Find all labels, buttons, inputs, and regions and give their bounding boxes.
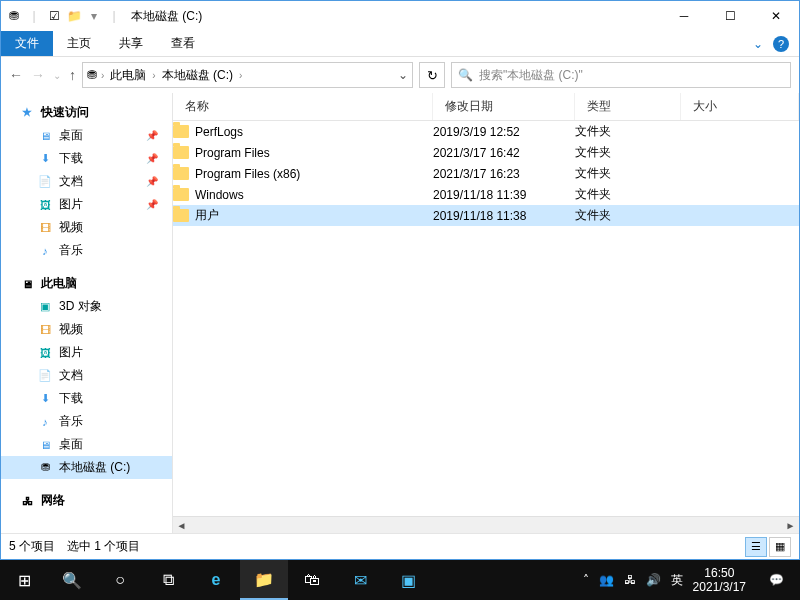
breadcrumb-drive[interactable]: 本地磁盘 (C:) xyxy=(160,67,235,84)
nav-item-label: 下载 xyxy=(59,150,83,167)
nav-item[interactable]: ⬇下载📌 xyxy=(1,147,172,170)
close-button[interactable]: ✕ xyxy=(753,1,799,31)
nav-item[interactable]: 📄文档 xyxy=(1,364,172,387)
address-row: ← → ⌄ ↑ ⛃ › 此电脑 › 本地磁盘 (C:) › ⌄ ↻ 🔍 搜索"本… xyxy=(1,57,799,93)
tab-view[interactable]: 查看 xyxy=(157,31,209,56)
table-row[interactable]: Windows2019/11/18 11:39文件夹 xyxy=(173,184,799,205)
nav-item[interactable]: 📄文档📌 xyxy=(1,170,172,193)
tray-people-icon[interactable]: 👥 xyxy=(599,573,614,587)
back-button[interactable]: ← xyxy=(9,67,23,83)
ribbon-expand-icon[interactable]: ⌄ xyxy=(753,37,763,51)
table-row[interactable]: 用户2019/11/18 11:38文件夹 xyxy=(173,205,799,226)
file-name: Program Files (x86) xyxy=(195,167,300,181)
status-selected: 选中 1 个项目 xyxy=(67,538,140,555)
col-type[interactable]: 类型 xyxy=(575,93,681,120)
nav-item-icon: ♪ xyxy=(37,414,53,430)
file-date: 2021/3/17 16:23 xyxy=(433,167,575,181)
chevron-right-icon[interactable]: › xyxy=(239,70,242,81)
cortana-button[interactable]: ○ xyxy=(96,560,144,600)
qat-dropdown-icon[interactable]: ▾ xyxy=(85,9,103,23)
nav-item-label: 图片 xyxy=(59,196,83,213)
nav-item[interactable]: 🎞视频 xyxy=(1,216,172,239)
file-rows[interactable]: PerfLogs2019/3/19 12:52文件夹Program Files2… xyxy=(173,121,799,516)
tray-volume-icon[interactable]: 🔊 xyxy=(646,573,661,587)
forward-button[interactable]: → xyxy=(31,67,45,83)
tray-network-icon[interactable]: 🖧 xyxy=(624,573,636,587)
status-item-count: 5 个项目 xyxy=(9,538,55,555)
nav-item-icon: 🖥 xyxy=(37,128,53,144)
start-button[interactable]: ⊞ xyxy=(0,560,48,600)
search-input[interactable]: 🔍 搜索"本地磁盘 (C:)" xyxy=(451,62,791,88)
tab-share[interactable]: 共享 xyxy=(105,31,157,56)
store-button[interactable]: 🛍 xyxy=(288,560,336,600)
search-button[interactable]: 🔍 xyxy=(48,560,96,600)
tray-ime[interactable]: 英 xyxy=(671,572,683,589)
chevron-right-icon[interactable]: › xyxy=(152,70,155,81)
table-row[interactable]: PerfLogs2019/3/19 12:52文件夹 xyxy=(173,121,799,142)
horizontal-scrollbar[interactable]: ◄ ► xyxy=(173,516,799,533)
nav-item-label: 图片 xyxy=(59,344,83,361)
help-icon[interactable]: ? xyxy=(773,36,789,52)
nav-pane[interactable]: ★ 快速访问 🖥桌面📌⬇下载📌📄文档📌🖼图片📌🎞视频♪音乐 🖥 此电脑 ▣3D … xyxy=(1,93,173,533)
qat-properties-icon[interactable]: ☑ xyxy=(45,9,63,23)
table-row[interactable]: Program Files2021/3/17 16:42文件夹 xyxy=(173,142,799,163)
mail-button[interactable]: ✉ xyxy=(336,560,384,600)
search-icon: 🔍 xyxy=(458,68,473,82)
nav-item-icon: 📄 xyxy=(37,174,53,190)
nav-item[interactable]: ⬇下载 xyxy=(1,387,172,410)
nav-item-label: 视频 xyxy=(59,321,83,338)
nav-item[interactable]: ⛃本地磁盘 (C:) xyxy=(1,456,172,479)
nav-item[interactable]: ♪音乐 xyxy=(1,239,172,262)
nav-item-icon: ▣ xyxy=(37,299,53,315)
file-type: 文件夹 xyxy=(575,186,681,203)
col-size[interactable]: 大小 xyxy=(681,93,799,120)
refresh-button[interactable]: ↻ xyxy=(419,62,445,88)
view-details-button[interactable]: ☰ xyxy=(745,537,767,557)
maximize-button[interactable]: ☐ xyxy=(707,1,753,31)
nav-item[interactable]: 🖥桌面 xyxy=(1,433,172,456)
tray-clock[interactable]: 16:50 2021/3/17 xyxy=(693,566,746,595)
tray-expand-icon[interactable]: ˄ xyxy=(583,573,589,587)
nav-item[interactable]: 🖼图片📌 xyxy=(1,193,172,216)
nav-item[interactable]: ▣3D 对象 xyxy=(1,295,172,318)
recent-dropdown[interactable]: ⌄ xyxy=(53,70,61,81)
explorer-button[interactable]: 📁 xyxy=(240,560,288,600)
file-name: PerfLogs xyxy=(195,125,243,139)
nav-quick-access[interactable]: ★ 快速访问 xyxy=(1,101,172,124)
nav-item[interactable]: 🎞视频 xyxy=(1,318,172,341)
col-name[interactable]: 名称 xyxy=(173,93,433,120)
view-large-button[interactable]: ▦ xyxy=(769,537,791,557)
tab-home[interactable]: 主页 xyxy=(53,31,105,56)
scroll-left-icon[interactable]: ◄ xyxy=(173,517,190,533)
nav-item[interactable]: ♪音乐 xyxy=(1,410,172,433)
qat-divider: | xyxy=(25,9,43,23)
address-bar[interactable]: ⛃ › 此电脑 › 本地磁盘 (C:) › ⌄ xyxy=(82,62,413,88)
tab-file[interactable]: 文件 xyxy=(1,31,53,56)
app-button[interactable]: ▣ xyxy=(384,560,432,600)
up-button[interactable]: ↑ xyxy=(69,67,76,83)
minimize-button[interactable]: ─ xyxy=(661,1,707,31)
scroll-right-icon[interactable]: ► xyxy=(782,517,799,533)
chevron-right-icon[interactable]: › xyxy=(101,70,104,81)
folder-icon xyxy=(173,188,189,201)
star-icon: ★ xyxy=(19,105,35,121)
nav-item-label: 下载 xyxy=(59,390,83,407)
file-date: 2019/3/19 12:52 xyxy=(433,125,575,139)
file-date: 2019/11/18 11:38 xyxy=(433,209,575,223)
notifications-button[interactable]: 💬 xyxy=(756,560,796,600)
nav-item[interactable]: 🖥桌面📌 xyxy=(1,124,172,147)
nav-this-pc[interactable]: 🖥 此电脑 xyxy=(1,272,172,295)
col-date[interactable]: 修改日期 xyxy=(433,93,575,120)
nav-item-icon: ⛃ xyxy=(37,460,53,476)
file-type: 文件夹 xyxy=(575,144,681,161)
nav-item-label: 文档 xyxy=(59,173,83,190)
nav-item-label: 3D 对象 xyxy=(59,298,102,315)
address-dropdown-icon[interactable]: ⌄ xyxy=(398,68,408,82)
edge-button[interactable]: e xyxy=(192,560,240,600)
nav-item[interactable]: 🖼图片 xyxy=(1,341,172,364)
table-row[interactable]: Program Files (x86)2021/3/17 16:23文件夹 xyxy=(173,163,799,184)
taskview-button[interactable]: ⧉ xyxy=(144,560,192,600)
titlebar: ⛃ | ☑ 📁 ▾ | 本地磁盘 (C:) ─ ☐ ✕ xyxy=(1,1,799,31)
breadcrumb-pc[interactable]: 此电脑 xyxy=(108,67,148,84)
nav-network[interactable]: 🖧 网络 xyxy=(1,489,172,512)
